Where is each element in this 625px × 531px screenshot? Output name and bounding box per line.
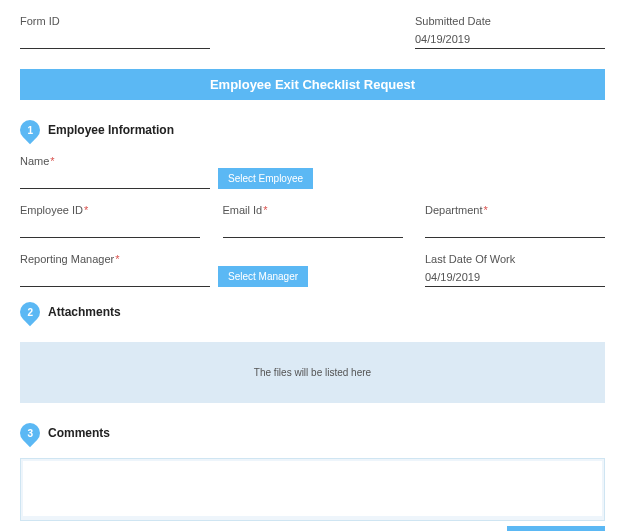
reporting-manager-label: Reporting Manager [20, 253, 210, 265]
section-3-title: Comments [48, 426, 110, 440]
department-label: Department [425, 204, 605, 216]
page-title-banner: Employee Exit Checklist Request [20, 69, 605, 100]
section-2-title: Attachments [48, 305, 121, 319]
files-placeholder-area[interactable]: The files will be listed here [20, 342, 605, 403]
department-input[interactable] [425, 219, 605, 238]
form-id-label: Form ID [20, 15, 210, 27]
submitted-date-input[interactable] [415, 30, 605, 49]
email-input[interactable] [223, 219, 403, 238]
last-date-input[interactable] [425, 268, 605, 287]
last-date-label: Last Date Of Work [425, 253, 605, 265]
employee-id-label: Employee ID [20, 204, 200, 216]
submitted-date-label: Submitted Date [415, 15, 605, 27]
section-1-title: Employee Information [48, 123, 174, 137]
comment-textarea[interactable] [23, 461, 602, 516]
add-comment-button[interactable]: Add Comment [507, 526, 605, 531]
section-3-badge: 3 [16, 419, 44, 447]
form-id-input[interactable] [20, 30, 210, 49]
section-1-badge: 1 [16, 116, 44, 144]
select-manager-button[interactable]: Select Manager [218, 266, 308, 287]
select-employee-button[interactable]: Select Employee [218, 168, 313, 189]
name-input[interactable] [20, 170, 210, 189]
email-label: Email Id [223, 204, 403, 216]
name-label: Name [20, 155, 210, 167]
section-2-badge: 2 [16, 298, 44, 326]
reporting-manager-input[interactable] [20, 268, 210, 287]
employee-id-input[interactable] [20, 219, 200, 238]
